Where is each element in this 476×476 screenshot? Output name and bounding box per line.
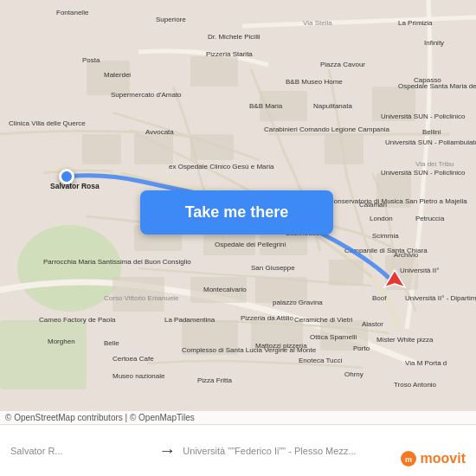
svg-rect-16 [325,134,363,164]
destination-marker [381,268,408,296]
svg-rect-22 [182,320,238,355]
svg-text:m: m [405,455,412,464]
svg-marker-23 [384,270,405,287]
svg-rect-15 [190,56,238,87]
take-me-there-button[interactable]: Take me there [140,190,333,235]
footer-from: Salvator R... [10,446,151,456]
svg-rect-20 [320,320,368,351]
svg-rect-13 [82,134,121,164]
svg-rect-17 [372,87,415,121]
footer-bar: Salvator R... → Università ""Federico Ii… [0,424,476,476]
svg-rect-14 [87,61,130,95]
svg-rect-8 [190,277,247,303]
moovit-logo: m moovit [400,450,466,467]
svg-rect-5 [260,91,307,121]
svg-rect-12 [113,277,164,312]
svg-rect-18 [376,173,411,208]
svg-rect-4 [190,134,234,160]
map-container: FontanelleVia StellaSuperioreDr. Michele… [0,0,476,424]
moovit-text: moovit [421,451,466,466]
footer-arrow: → [158,441,176,460]
svg-rect-3 [134,134,173,164]
moovit-icon: m [400,450,417,467]
svg-rect-21 [251,320,303,351]
svg-rect-10 [329,260,363,286]
footer-from-label: Salvator R... [10,446,151,456]
origin-marker [59,169,74,184]
map-attribution: © OpenStreetMap contributors | © OpenMap… [0,411,476,424]
svg-rect-2 [0,320,87,389]
svg-rect-9 [255,277,307,303]
svg-point-1 [17,225,121,312]
